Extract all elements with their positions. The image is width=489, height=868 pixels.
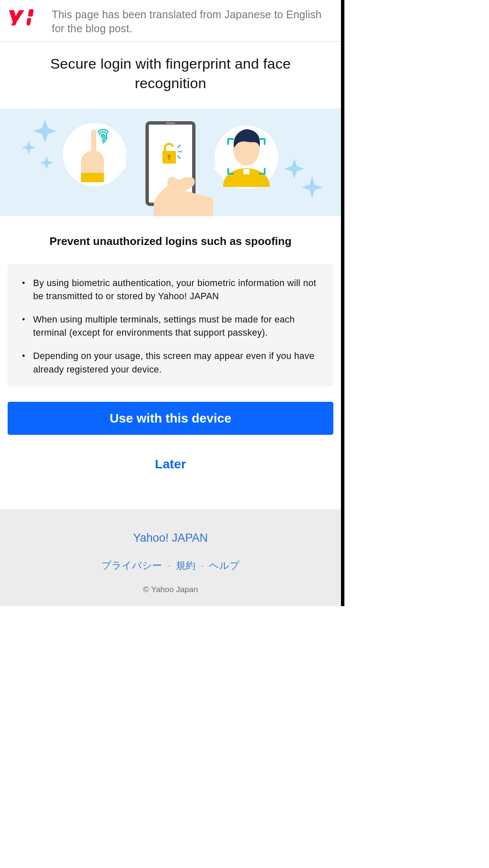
svg-line-8 — [178, 156, 180, 159]
hand-holding-phone-icon — [154, 161, 230, 216]
use-with-device-button[interactable]: Use with this device — [8, 402, 333, 435]
translation-notice: This page has been translated from Japan… — [52, 8, 333, 35]
info-bullet: By using biometric authentication, your … — [19, 277, 322, 303]
page-title: Secure login with fingerprint and face r… — [0, 42, 341, 108]
footer-privacy-link[interactable]: プライバシー — [101, 560, 162, 571]
later-link[interactable]: Later — [0, 435, 341, 509]
finger-icon — [69, 127, 120, 182]
illustration-banner — [0, 108, 341, 216]
info-bullet: Depending on your usage, this screen may… — [19, 350, 322, 376]
footer-brand-link[interactable]: Yahoo! JAPAN — [0, 531, 341, 545]
fingerprint-icon — [96, 126, 110, 144]
info-bullet: When using multiple terminals, settings … — [19, 313, 322, 339]
footer: Yahoo! JAPAN プライバシー - 規約 - ヘルプ © Yahoo J… — [0, 509, 341, 606]
svg-rect-0 — [26, 18, 31, 25]
svg-rect-5 — [168, 157, 170, 160]
footer-terms-link[interactable]: 規約 — [176, 560, 196, 571]
subtitle: Prevent unauthorized logins such as spoo… — [0, 216, 341, 264]
svg-rect-1 — [28, 9, 34, 17]
svg-rect-2 — [81, 173, 104, 182]
footer-help-link[interactable]: ヘルプ — [209, 560, 240, 571]
info-box: By using biometric authentication, your … — [8, 264, 333, 387]
footer-links: プライバシー - 規約 - ヘルプ — [0, 559, 341, 572]
yahoo-logo-icon[interactable] — [8, 8, 39, 29]
header-bar: This page has been translated from Japan… — [0, 0, 341, 42]
svg-line-6 — [178, 145, 180, 147]
sparkle-icon — [20, 120, 59, 170]
copyright: © Yahoo Japan — [0, 585, 341, 594]
face-frame-icon — [226, 137, 266, 175]
fingerprint-bubble — [63, 123, 126, 186]
sparkle-icon — [282, 159, 324, 205]
